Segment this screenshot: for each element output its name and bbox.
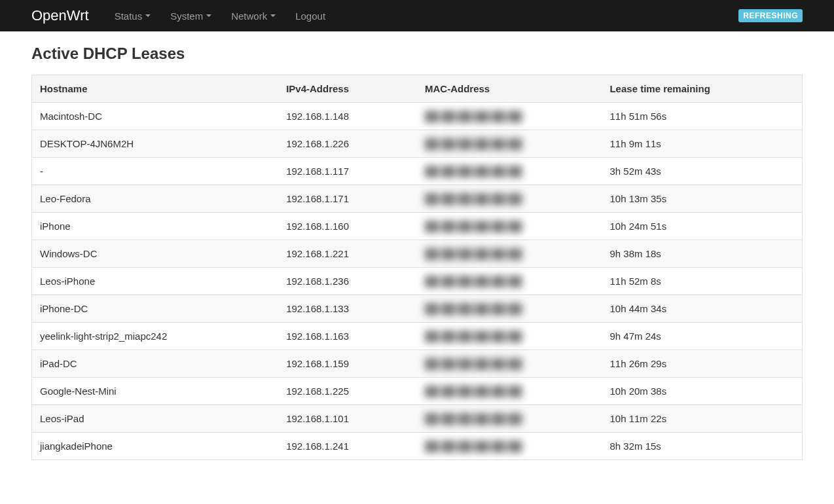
cell-mac: ██:██:██:██:██:██	[417, 158, 602, 185]
chevron-down-icon	[270, 14, 276, 17]
cell-lease: 10h 20m 38s	[602, 378, 802, 405]
cell-hostname: Windows-DC	[32, 240, 279, 268]
cell-mac: ██:██:██:██:██:██	[417, 433, 602, 460]
nav-item-system[interactable]: System	[160, 0, 221, 31]
cell-ipv4: 192.168.1.236	[278, 268, 417, 295]
table-row: jiangkadeiPhone192.168.1.241██:██:██:██:…	[32, 433, 803, 460]
cell-mac: ██:██:██:██:██:██	[417, 378, 602, 405]
main-content: Active DHCP Leases Hostname IPv4-Address…	[0, 31, 834, 473]
cell-lease: 11h 26m 29s	[602, 350, 802, 378]
cell-lease: 8h 32m 15s	[602, 433, 802, 460]
table-body: Macintosh-DC192.168.1.148██:██:██:██:██:…	[32, 103, 803, 460]
cell-hostname: Google-Nest-Mini	[32, 378, 279, 405]
nav-menu: Status System Network Logout	[105, 0, 335, 31]
cell-hostname: yeelink-light-strip2_miapc242	[32, 323, 279, 350]
th-mac: MAC-Address	[417, 75, 602, 103]
refresh-status-badge: REFRESHING	[738, 9, 803, 22]
th-hostname: Hostname	[32, 75, 279, 103]
cell-lease: 3h 52m 43s	[602, 158, 802, 185]
cell-hostname: Leo-Fedora	[32, 185, 279, 213]
cell-mac: ██:██:██:██:██:██	[417, 185, 602, 213]
table-row: Leos-iPhone192.168.1.236██:██:██:██:██:█…	[32, 268, 803, 295]
th-lease: Lease time remaining	[602, 75, 802, 103]
cell-mac: ██:██:██:██:██:██	[417, 350, 602, 378]
cell-hostname: jiangkadeiPhone	[32, 433, 279, 460]
cell-mac: ██:██:██:██:██:██	[417, 103, 602, 130]
table-row: Google-Nest-Mini192.168.1.225██:██:██:██…	[32, 378, 803, 405]
cell-ipv4: 192.168.1.171	[278, 185, 417, 213]
nav-item-logout[interactable]: Logout	[285, 0, 335, 31]
nav-label: System	[170, 10, 203, 22]
table-row: Leos-iPad192.168.1.101██:██:██:██:██:██1…	[32, 405, 803, 433]
nav-item-network[interactable]: Network	[221, 0, 285, 31]
cell-lease: 9h 38m 18s	[602, 240, 802, 268]
cell-lease: 10h 24m 51s	[602, 213, 802, 240]
cell-mac: ██:██:██:██:██:██	[417, 405, 602, 433]
cell-mac: ██:██:██:██:██:██	[417, 213, 602, 240]
cell-lease: 9h 47m 24s	[602, 323, 802, 350]
dhcp-leases-table: Hostname IPv4-Address MAC-Address Lease …	[31, 75, 803, 460]
cell-hostname: DESKTOP-4JN6M2H	[32, 130, 279, 158]
cell-ipv4: 192.168.1.163	[278, 323, 417, 350]
cell-ipv4: 192.168.1.133	[278, 295, 417, 323]
th-ipv4: IPv4-Address	[278, 75, 417, 103]
brand-link[interactable]: OpenWrt	[31, 7, 89, 24]
table-row: Macintosh-DC192.168.1.148██:██:██:██:██:…	[32, 103, 803, 130]
table-row: iPad-DC192.168.1.159██:██:██:██:██:██11h…	[32, 350, 803, 378]
cell-lease: 11h 52m 8s	[602, 268, 802, 295]
cell-hostname: Macintosh-DC	[32, 103, 279, 130]
table-row: iPhone192.168.1.160██:██:██:██:██:██10h …	[32, 213, 803, 240]
cell-ipv4: 192.168.1.117	[278, 158, 417, 185]
cell-hostname: Leos-iPad	[32, 405, 279, 433]
cell-lease: 10h 11m 22s	[602, 405, 802, 433]
cell-lease: 10h 13m 35s	[602, 185, 802, 213]
table-row: -192.168.1.117██:██:██:██:██:██3h 52m 43…	[32, 158, 803, 185]
cell-lease: 10h 44m 34s	[602, 295, 802, 323]
table-row: Windows-DC192.168.1.221██:██:██:██:██:██…	[32, 240, 803, 268]
cell-mac: ██:██:██:██:██:██	[417, 268, 602, 295]
chevron-down-icon	[145, 14, 151, 17]
cell-mac: ██:██:██:██:██:██	[417, 130, 602, 158]
top-navbar: OpenWrt Status System Network Logout REF…	[0, 0, 834, 31]
table-row: iPhone-DC192.168.1.133██:██:██:██:██:██1…	[32, 295, 803, 323]
table-header-row: Hostname IPv4-Address MAC-Address Lease …	[32, 75, 803, 103]
cell-ipv4: 192.168.1.241	[278, 433, 417, 460]
chevron-down-icon	[206, 14, 211, 17]
nav-label: Network	[231, 10, 267, 22]
nav-label: Logout	[295, 10, 325, 22]
table-row: yeelink-light-strip2_miapc242192.168.1.1…	[32, 323, 803, 350]
nav-item-status[interactable]: Status	[105, 0, 161, 31]
cell-mac: ██:██:██:██:██:██	[417, 323, 602, 350]
cell-ipv4: 192.168.1.159	[278, 350, 417, 378]
table-row: DESKTOP-4JN6M2H192.168.1.226██:██:██:██:…	[32, 130, 803, 158]
nav-label: Status	[115, 10, 143, 22]
cell-mac: ██:██:██:██:██:██	[417, 240, 602, 268]
cell-hostname: iPhone-DC	[32, 295, 279, 323]
cell-lease: 11h 9m 11s	[602, 130, 802, 158]
cell-ipv4: 192.168.1.221	[278, 240, 417, 268]
cell-mac: ██:██:██:██:██:██	[417, 295, 602, 323]
table-row: Leo-Fedora192.168.1.171██:██:██:██:██:██…	[32, 185, 803, 213]
cell-hostname: Leos-iPhone	[32, 268, 279, 295]
cell-ipv4: 192.168.1.148	[278, 103, 417, 130]
cell-ipv4: 192.168.1.225	[278, 378, 417, 405]
cell-hostname: -	[32, 158, 279, 185]
cell-lease: 11h 51m 56s	[602, 103, 802, 130]
cell-hostname: iPad-DC	[32, 350, 279, 378]
cell-ipv4: 192.168.1.226	[278, 130, 417, 158]
cell-hostname: iPhone	[32, 213, 279, 240]
cell-ipv4: 192.168.1.101	[278, 405, 417, 433]
cell-ipv4: 192.168.1.160	[278, 213, 417, 240]
page-title: Active DHCP Leases	[31, 45, 803, 63]
